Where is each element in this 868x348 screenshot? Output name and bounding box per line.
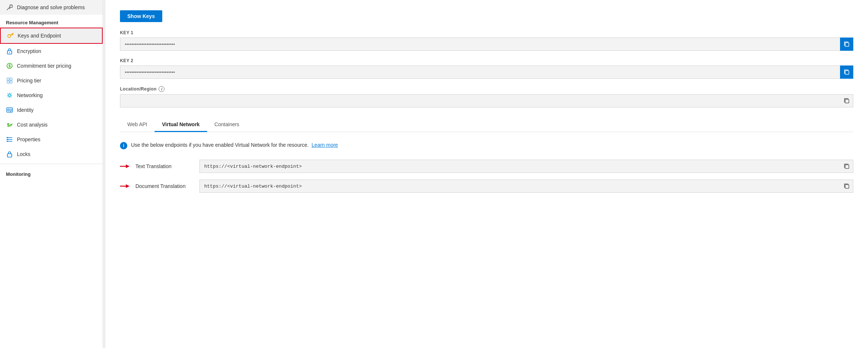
document-translation-arrow-icon xyxy=(120,183,130,189)
tabs-section: Web API Virtual Network Containers i Use… xyxy=(120,118,853,193)
svg-point-6 xyxy=(9,52,10,53)
key1-label: KEY 1 xyxy=(120,30,853,35)
cost-analysis-label: Cost analysis xyxy=(17,122,97,128)
sidebar-item-encryption[interactable]: Encryption xyxy=(0,44,103,58)
sidebar-item-properties[interactable]: Properties xyxy=(0,132,103,147)
lock-closed-icon xyxy=(6,150,13,158)
location-input[interactable] xyxy=(120,94,840,107)
pricing-tier-label: Pricing tier xyxy=(17,78,97,84)
svg-rect-37 xyxy=(845,99,849,103)
sidebar-item-keys-endpoint[interactable]: Keys and Endpoint xyxy=(0,28,103,44)
document-translation-label: Document Translation xyxy=(135,183,194,189)
network-icon xyxy=(6,92,13,99)
svg-rect-35 xyxy=(845,43,849,46)
text-translation-label: Text Translation xyxy=(135,163,194,169)
svg-line-19 xyxy=(10,96,11,97)
svg-marker-42 xyxy=(126,184,130,188)
key1-field-group: KEY 1 xyxy=(120,30,853,51)
svg-rect-11 xyxy=(7,81,9,83)
svg-line-21 xyxy=(8,96,9,97)
svg-rect-40 xyxy=(845,165,849,168)
document-translation-field-row xyxy=(199,180,853,193)
properties-icon xyxy=(6,136,13,143)
monitoring-title: Monitoring xyxy=(0,166,103,179)
sidebar-item-commitment-tier[interactable]: $ Commitment tier pricing xyxy=(0,58,103,73)
location-label: Location/Region xyxy=(120,86,156,92)
text-translation-input[interactable] xyxy=(199,160,840,173)
location-row xyxy=(120,94,853,107)
tab-virtual-network[interactable]: Virtual Network xyxy=(155,118,207,132)
key2-input[interactable] xyxy=(120,65,840,79)
keys-endpoint-label: Keys and Endpoint xyxy=(18,33,96,39)
sidebar-item-diagnose[interactable]: Diagnose and solve problems xyxy=(0,0,103,15)
identity-icon xyxy=(6,106,13,114)
tab-containers[interactable]: Containers xyxy=(207,118,247,132)
info-text: Use the below endpoints if you have enab… xyxy=(131,142,338,149)
key1-input[interactable] xyxy=(120,38,840,51)
location-copy-button[interactable] xyxy=(840,94,853,107)
key2-copy-button[interactable] xyxy=(840,65,853,79)
identity-label: Identity xyxy=(17,107,97,113)
wrench-icon xyxy=(6,4,13,11)
commitment-tier-label: Commitment tier pricing xyxy=(17,63,97,69)
svg-marker-39 xyxy=(126,164,130,168)
location-label-row: Location/Region i xyxy=(120,86,853,92)
sidebar-item-locks[interactable]: Locks xyxy=(0,147,103,161)
learn-more-link[interactable]: Learn more xyxy=(312,142,338,148)
document-translation-row: Document Translation xyxy=(120,180,853,193)
cost-analysis-icon: $ xyxy=(6,121,13,128)
svg-rect-10 xyxy=(10,78,12,80)
svg-rect-12 xyxy=(10,81,12,83)
svg-point-23 xyxy=(8,109,10,111)
svg-rect-43 xyxy=(845,185,849,188)
svg-rect-36 xyxy=(845,71,849,74)
svg-point-0 xyxy=(11,6,11,6)
text-translation-row: Text Translation xyxy=(120,160,853,173)
circle-dollar-icon: $ xyxy=(6,62,13,70)
sidebar-item-identity[interactable]: Identity xyxy=(0,103,103,117)
text-translation-copy-button[interactable] xyxy=(840,160,853,173)
info-icon: i xyxy=(120,142,127,149)
tabs-bar: Web API Virtual Network Containers xyxy=(120,118,853,132)
sidebar-item-networking[interactable]: Networking xyxy=(0,88,103,103)
location-info-icon[interactable]: i xyxy=(159,86,164,92)
lock-icon xyxy=(6,47,13,55)
resource-management-title: Resource Management xyxy=(0,15,103,28)
text-translation-field-row xyxy=(199,160,853,173)
key-icon xyxy=(7,32,14,39)
grid-icon xyxy=(6,77,13,84)
main-content: Show Keys KEY 1 KEY 2 xyxy=(105,0,868,348)
diagnose-label: Diagnose and solve problems xyxy=(17,4,97,10)
key2-field-group: KEY 2 xyxy=(120,58,853,79)
location-field-group: Location/Region i xyxy=(120,86,853,107)
info-banner: i Use the below endpoints if you have en… xyxy=(120,140,853,151)
locks-label: Locks xyxy=(17,151,97,157)
tab-web-api[interactable]: Web API xyxy=(120,118,155,132)
svg-rect-34 xyxy=(7,154,12,157)
svg-rect-9 xyxy=(7,78,9,80)
sidebar-item-pricing-tier[interactable]: Pricing tier xyxy=(0,73,103,88)
properties-label: Properties xyxy=(17,136,97,142)
svg-line-18 xyxy=(8,93,9,95)
document-translation-input[interactable] xyxy=(199,180,840,193)
svg-line-20 xyxy=(10,93,11,95)
sidebar-item-cost-analysis[interactable]: $ Cost analysis xyxy=(0,117,103,132)
key1-copy-button[interactable] xyxy=(840,38,853,51)
key1-row xyxy=(120,38,853,51)
networking-label: Networking xyxy=(17,92,97,98)
encryption-label: Encryption xyxy=(17,48,97,54)
svg-text:$: $ xyxy=(8,64,11,68)
sidebar-divider xyxy=(0,164,103,164)
document-translation-copy-button[interactable] xyxy=(840,180,853,193)
svg-text:$: $ xyxy=(7,122,10,128)
key2-label: KEY 2 xyxy=(120,58,853,63)
key2-row xyxy=(120,65,853,79)
show-keys-button[interactable]: Show Keys xyxy=(120,10,162,22)
text-translation-arrow-icon xyxy=(120,163,130,170)
sidebar: Diagnose and solve problems Resource Man… xyxy=(0,0,103,348)
